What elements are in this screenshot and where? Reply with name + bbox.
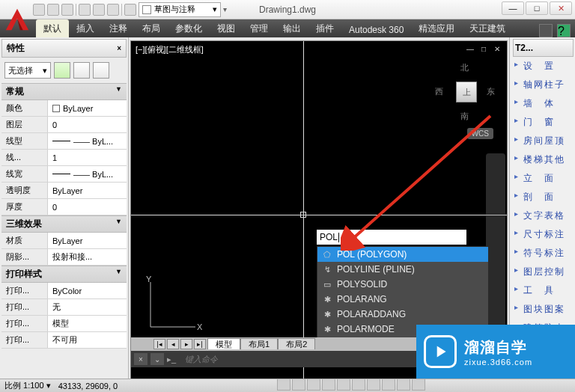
- tab-天正建筑[interactable]: 天正建筑: [462, 19, 513, 37]
- grid-toggle-icon[interactable]: [292, 379, 305, 391]
- prop-row[interactable]: 打印...模型: [1, 316, 127, 332]
- panel-close-icon[interactable]: ×: [117, 44, 121, 52]
- palette-item[interactable]: 立 面: [513, 169, 574, 188]
- prop-row[interactable]: 打印...无: [1, 299, 127, 316]
- prop-row[interactable]: 阴影...投射和接...: [1, 249, 127, 266]
- prop-row[interactable]: 颜色ByLayer: [1, 100, 127, 117]
- suggestion-item[interactable]: ✱POLARADDANG: [317, 307, 488, 322]
- palette-item[interactable]: 门 窗: [513, 113, 574, 132]
- prop-row[interactable]: 线型—— ByL...: [1, 133, 127, 150]
- viewcube[interactable]: 北 南 东 西 上: [435, 62, 495, 122]
- palette-item[interactable]: 楼梯其他: [513, 150, 574, 169]
- minimize-button[interactable]: —: [502, 1, 524, 15]
- palette-item[interactable]: 房间屋顶: [513, 132, 574, 150]
- viewport-label[interactable]: [−][俯视][二维线框]: [136, 44, 204, 55]
- qat-undo-icon[interactable]: [93, 4, 105, 16]
- ortho-toggle-icon[interactable]: [307, 379, 320, 391]
- viewcube-top-face[interactable]: 上: [456, 82, 477, 102]
- qat-new-icon[interactable]: [33, 4, 45, 16]
- suggestion-item[interactable]: ⬠POL (POLYGON): [317, 247, 488, 262]
- commandline-options-icon[interactable]: ⌄: [150, 353, 164, 365]
- palette-item[interactable]: 文字表格: [513, 206, 574, 225]
- tab-Autodesk 360[interactable]: Autodesk 360: [341, 22, 411, 37]
- viewport-close-icon[interactable]: ✕: [492, 44, 502, 53]
- ribbon-tabstrip[interactable]: 默认插入注释布局参数化视图管理输出插件Autodesk 360精选应用天正建筑 …: [0, 19, 575, 37]
- palette-item[interactable]: 图块图案: [513, 300, 574, 319]
- sc-toggle-icon[interactable]: [412, 379, 425, 391]
- qat-print-icon[interactable]: [79, 4, 91, 16]
- prop-row[interactable]: 线...1: [1, 150, 127, 166]
- tab-默认[interactable]: 默认: [36, 19, 69, 37]
- lwt-toggle-icon[interactable]: [382, 379, 395, 391]
- tab-布局[interactable]: 布局: [135, 19, 168, 37]
- qprops-toggle-icon[interactable]: [397, 379, 410, 391]
- dynamic-input[interactable]: POL: [317, 230, 466, 245]
- qat-open-icon[interactable]: [47, 4, 59, 16]
- select-objects-icon[interactable]: [73, 62, 90, 79]
- layout-tab[interactable]: 布局2: [278, 338, 315, 349]
- palette-item[interactable]: 符号标注: [513, 244, 574, 263]
- prop-row[interactable]: 材质ByLayer: [1, 233, 127, 249]
- tab-nav-next-icon[interactable]: ▸: [180, 339, 192, 349]
- palette-item[interactable]: 尺寸标注: [513, 225, 574, 244]
- help-icon[interactable]: ?: [557, 24, 571, 37]
- qat-save-icon[interactable]: [61, 4, 73, 16]
- layout-tab[interactable]: 布局1: [240, 338, 278, 349]
- tab-精选应用[interactable]: 精选应用: [411, 19, 462, 37]
- ribbon-expand-icon[interactable]: [539, 24, 553, 37]
- palette-item[interactable]: 设 置: [513, 57, 574, 76]
- tab-插件[interactable]: 插件: [308, 19, 341, 37]
- prop-section[interactable]: 常规▼: [1, 83, 127, 100]
- selection-combo[interactable]: 无选择▾: [4, 62, 51, 79]
- viewcube-east[interactable]: 东: [487, 86, 495, 97]
- viewcube-north[interactable]: 北: [460, 62, 469, 73]
- palette-item[interactable]: 轴网柱子: [513, 76, 574, 94]
- prop-row[interactable]: 厚度0: [1, 199, 127, 215]
- snap-toggle-icon[interactable]: [277, 379, 290, 391]
- wcs-badge[interactable]: WCS: [467, 128, 493, 139]
- commandline-close-icon[interactable]: ×: [134, 353, 147, 365]
- prop-section[interactable]: 打印样式▼: [1, 266, 127, 283]
- palette-item[interactable]: 图层控制: [513, 263, 574, 281]
- qat-icon[interactable]: [124, 4, 136, 16]
- viewport-minimize-icon[interactable]: —: [465, 44, 475, 53]
- pickadd-icon[interactable]: [93, 62, 109, 79]
- quick-access-toolbar[interactable]: 草图与注释 ▾ ▾: [0, 2, 227, 17]
- dyn-toggle-icon[interactable]: [367, 379, 380, 391]
- viewport-maximize-icon[interactable]: □: [478, 44, 489, 53]
- tab-nav-first-icon[interactable]: |◂: [153, 339, 165, 349]
- osnap-toggle-icon[interactable]: [337, 379, 350, 391]
- polar-toggle-icon[interactable]: [322, 379, 335, 391]
- close-button[interactable]: ✕: [550, 1, 572, 15]
- suggestion-item[interactable]: ✱POLARANG: [317, 292, 488, 307]
- prop-row[interactable]: 线宽—— ByL...: [1, 166, 127, 183]
- suggestion-item[interactable]: ▭POLYSOLID: [317, 277, 488, 292]
- tab-参数化[interactable]: 参数化: [168, 19, 210, 37]
- prop-row[interactable]: 打印...ByColor: [1, 283, 127, 299]
- tab-输出[interactable]: 输出: [276, 19, 308, 37]
- statusbar-tray[interactable]: [277, 379, 425, 392]
- viewcube-west[interactable]: 西: [435, 86, 443, 97]
- workspace-combo[interactable]: 草图与注释 ▾: [139, 2, 221, 17]
- prop-section[interactable]: 三维效果▼: [1, 215, 127, 233]
- viewcube-south[interactable]: 南: [460, 111, 469, 122]
- layout-tab[interactable]: 模型: [207, 338, 240, 349]
- tab-注释[interactable]: 注释: [102, 19, 135, 37]
- tab-管理[interactable]: 管理: [243, 19, 276, 37]
- qat-redo-icon[interactable]: [107, 4, 119, 16]
- tab-nav-last-icon[interactable]: ▸|: [194, 339, 206, 349]
- prop-row[interactable]: 透明度ByLayer: [1, 183, 127, 199]
- prop-row[interactable]: 打印...不可用: [1, 332, 127, 349]
- maximize-button[interactable]: □: [526, 1, 548, 15]
- palette-item[interactable]: 墙 体: [513, 94, 574, 113]
- quick-select-icon[interactable]: [54, 62, 70, 79]
- tab-插入[interactable]: 插入: [69, 19, 102, 37]
- palette-item[interactable]: 剖 面: [513, 188, 574, 206]
- suggestion-item[interactable]: ↯POLYLINE (PLINE): [317, 262, 488, 277]
- otrack-toggle-icon[interactable]: [352, 379, 365, 391]
- tab-视图[interactable]: 视图: [210, 19, 243, 37]
- palette-item[interactable]: 工 具: [513, 281, 574, 300]
- prop-row[interactable]: 图层0: [1, 117, 127, 133]
- tab-nav-prev-icon[interactable]: ◂: [167, 339, 179, 349]
- app-menu-button[interactable]: [3, 6, 31, 34]
